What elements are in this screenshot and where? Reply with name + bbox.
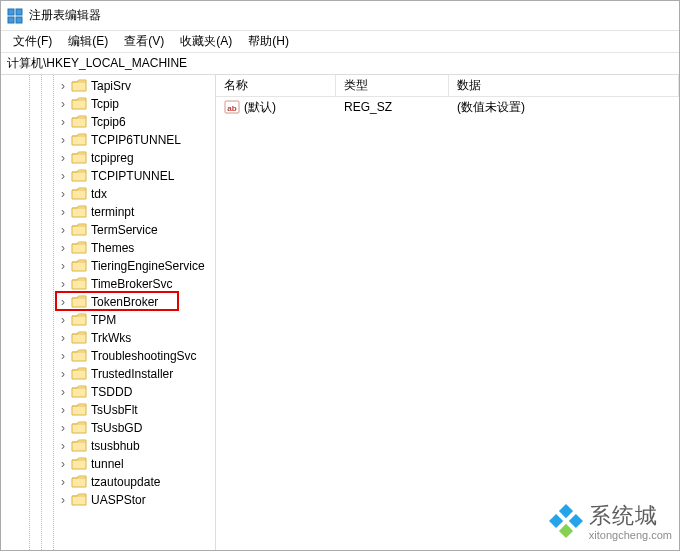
tree-item[interactable]: ›tzautoupdate: [1, 473, 215, 491]
folder-icon: [71, 331, 87, 345]
chevron-right-icon[interactable]: ›: [57, 278, 69, 290]
address-bar[interactable]: 计算机\HKEY_LOCAL_MACHINE: [1, 53, 679, 75]
folder-icon: [71, 205, 87, 219]
tree-item-label: tcpipreg: [91, 151, 134, 165]
chevron-right-icon[interactable]: ›: [57, 440, 69, 452]
tree-item[interactable]: ›Tcpip: [1, 95, 215, 113]
menu-file[interactable]: 文件(F): [5, 31, 60, 52]
col-header-name[interactable]: 名称: [216, 75, 336, 96]
tree-item[interactable]: ›TimeBrokerSvc: [1, 275, 215, 293]
chevron-right-icon[interactable]: ›: [57, 152, 69, 164]
list-body: ab(默认)REG_SZ(数值未设置): [216, 97, 679, 550]
chevron-right-icon[interactable]: ›: [57, 242, 69, 254]
chevron-right-icon[interactable]: ›: [57, 80, 69, 92]
list-header: 名称 类型 数据: [216, 75, 679, 97]
tree-item[interactable]: ›TSDDD: [1, 383, 215, 401]
col-header-type[interactable]: 类型: [336, 75, 449, 96]
tree-item[interactable]: ›UASPStor: [1, 491, 215, 509]
string-value-icon: ab: [224, 99, 240, 115]
tree-item[interactable]: ›TCPIPTUNNEL: [1, 167, 215, 185]
registry-editor-window: 注册表编辑器 文件(F) 编辑(E) 查看(V) 收藏夹(A) 帮助(H) 计算…: [0, 0, 680, 551]
cell-name: ab(默认): [216, 99, 336, 116]
chevron-right-icon[interactable]: ›: [57, 422, 69, 434]
content-area: ›TapiSrv›Tcpip›Tcpip6›TCPIP6TUNNEL›tcpip…: [1, 75, 679, 550]
col-header-data[interactable]: 数据: [449, 75, 679, 96]
folder-icon: [71, 295, 87, 309]
chevron-right-icon[interactable]: ›: [57, 368, 69, 380]
chevron-right-icon[interactable]: ›: [57, 386, 69, 398]
chevron-right-icon[interactable]: ›: [57, 206, 69, 218]
watermark-text: 系统城: [589, 501, 672, 531]
chevron-right-icon[interactable]: ›: [57, 116, 69, 128]
chevron-right-icon[interactable]: ›: [57, 224, 69, 236]
tree-item-label: Tcpip: [91, 97, 119, 111]
folder-icon: [71, 223, 87, 237]
tree-item-label: Themes: [91, 241, 134, 255]
app-icon: [7, 8, 23, 24]
chevron-right-icon[interactable]: ›: [57, 494, 69, 506]
folder-icon: [71, 151, 87, 165]
tree-item[interactable]: ›TsUsbFlt: [1, 401, 215, 419]
menu-favorites[interactable]: 收藏夹(A): [172, 31, 240, 52]
list-view: 名称 类型 数据 ab(默认)REG_SZ(数值未设置): [216, 75, 679, 550]
chevron-right-icon[interactable]: ›: [57, 296, 69, 308]
chevron-right-icon[interactable]: ›: [57, 458, 69, 470]
svg-rect-9: [559, 524, 573, 538]
tree-item[interactable]: ›TieringEngineService: [1, 257, 215, 275]
chevron-right-icon[interactable]: ›: [57, 476, 69, 488]
tree-item[interactable]: ›TrkWks: [1, 329, 215, 347]
tree-item[interactable]: ›tsusbhub: [1, 437, 215, 455]
folder-icon: [71, 79, 87, 93]
tree-item[interactable]: ›TokenBroker: [1, 293, 215, 311]
tree-item-label: TapiSrv: [91, 79, 131, 93]
tree-item[interactable]: ›TermService: [1, 221, 215, 239]
chevron-right-icon[interactable]: ›: [57, 332, 69, 344]
tree-item-label: TrustedInstaller: [91, 367, 173, 381]
chevron-right-icon[interactable]: ›: [57, 314, 69, 326]
folder-icon: [71, 241, 87, 255]
tree-view[interactable]: ›TapiSrv›Tcpip›Tcpip6›TCPIP6TUNNEL›tcpip…: [1, 75, 216, 550]
tree-item-label: TieringEngineService: [91, 259, 205, 273]
tree-item[interactable]: ›Tcpip6: [1, 113, 215, 131]
chevron-right-icon[interactable]: ›: [57, 260, 69, 272]
chevron-right-icon[interactable]: ›: [57, 98, 69, 110]
chevron-right-icon[interactable]: ›: [57, 170, 69, 182]
tree-item[interactable]: ›tdx: [1, 185, 215, 203]
tree-item[interactable]: ›tcpipreg: [1, 149, 215, 167]
menu-view[interactable]: 查看(V): [116, 31, 172, 52]
tree-item[interactable]: ›TCPIP6TUNNEL: [1, 131, 215, 149]
tree-item-label: tdx: [91, 187, 107, 201]
folder-icon: [71, 97, 87, 111]
menubar: 文件(F) 编辑(E) 查看(V) 收藏夹(A) 帮助(H): [1, 31, 679, 53]
tree-item[interactable]: ›TrustedInstaller: [1, 365, 215, 383]
tree-item-label: tsusbhub: [91, 439, 140, 453]
folder-icon: [71, 475, 87, 489]
tree-item[interactable]: ›TroubleshootingSvc: [1, 347, 215, 365]
menu-edit[interactable]: 编辑(E): [60, 31, 116, 52]
chevron-right-icon[interactable]: ›: [57, 404, 69, 416]
svg-text:ab: ab: [227, 104, 236, 113]
folder-icon: [71, 403, 87, 417]
tree-item-label: TsUsbFlt: [91, 403, 138, 417]
tree-item[interactable]: ›tunnel: [1, 455, 215, 473]
folder-icon: [71, 421, 87, 435]
watermark: 系统城 xitongcheng.com: [549, 501, 672, 541]
svg-rect-2: [8, 17, 14, 23]
folder-icon: [71, 133, 87, 147]
watermark-url: xitongcheng.com: [589, 529, 672, 541]
svg-rect-1: [16, 9, 22, 15]
tree-item[interactable]: ›TapiSrv: [1, 77, 215, 95]
tree-item-label: TSDDD: [91, 385, 132, 399]
tree-item[interactable]: ›TPM: [1, 311, 215, 329]
menu-help[interactable]: 帮助(H): [240, 31, 297, 52]
tree-item[interactable]: ›terminpt: [1, 203, 215, 221]
chevron-right-icon[interactable]: ›: [57, 134, 69, 146]
svg-rect-6: [559, 504, 573, 518]
chevron-right-icon[interactable]: ›: [57, 350, 69, 362]
list-row[interactable]: ab(默认)REG_SZ(数值未设置): [216, 97, 679, 117]
tree-item[interactable]: ›Themes: [1, 239, 215, 257]
chevron-right-icon[interactable]: ›: [57, 188, 69, 200]
svg-rect-0: [8, 9, 14, 15]
tree-item-label: TermService: [91, 223, 158, 237]
tree-item[interactable]: ›TsUsbGD: [1, 419, 215, 437]
